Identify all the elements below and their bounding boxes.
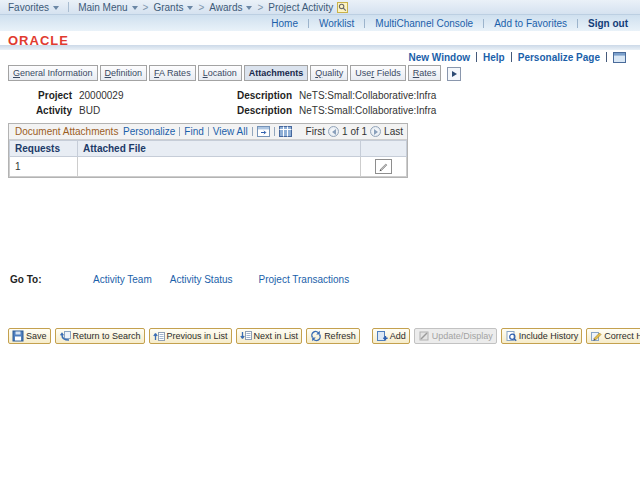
- find-link[interactable]: Find: [184, 126, 203, 137]
- personalize-page-link[interactable]: Personalize Page: [518, 52, 600, 63]
- bottom-toolbar: Save Return to Search Previous in List N…: [8, 328, 640, 344]
- activity-status-link[interactable]: Activity Status: [170, 274, 233, 285]
- update-display-icon: [418, 330, 430, 342]
- project-description-value: NeTS:Small:Collaborative:Infra: [299, 90, 640, 101]
- link-divider: [511, 52, 512, 62]
- portal-links-bar: Home Worklist MultiChannel Console Add t…: [0, 15, 640, 31]
- activity-description-label: Description: [224, 105, 292, 116]
- tab-definition[interactable]: Definition: [100, 65, 148, 81]
- breadcrumb-separator: >: [198, 2, 204, 13]
- activity-team-link[interactable]: Activity Team: [93, 274, 152, 285]
- correct-history-button[interactable]: Correct History: [586, 328, 640, 344]
- tab-general-information[interactable]: General Information: [8, 65, 98, 81]
- table-row: 1: [10, 157, 407, 177]
- tab-label: A Rates: [159, 68, 191, 78]
- link-divider: [208, 127, 209, 136]
- view-all-link[interactable]: View All: [213, 126, 248, 137]
- chevron-down-icon: [53, 6, 59, 10]
- return-to-search-button[interactable]: Return to Search: [55, 328, 145, 344]
- zoom-grid-icon[interactable]: [279, 126, 292, 137]
- breadcrumb-item-awards[interactable]: Awards: [209, 2, 252, 13]
- home-link[interactable]: Home: [261, 18, 308, 29]
- grid-title: Document Attachments: [15, 126, 118, 137]
- add-to-favorites-link[interactable]: Add to Favorites: [484, 18, 577, 29]
- breadcrumb-separator: >: [257, 2, 263, 13]
- tab-label: uality: [322, 68, 343, 78]
- previous-in-list-icon: [153, 330, 165, 342]
- button-label: Refresh: [324, 331, 356, 341]
- goto-row: Go To: Activity Team Activity Status Pro…: [10, 272, 640, 286]
- tab-location[interactable]: Location: [198, 65, 242, 81]
- activity-label: Activity: [8, 105, 72, 116]
- main-menu[interactable]: Main Menu: [78, 2, 137, 13]
- tab-user-fields[interactable]: User Fields: [350, 65, 406, 81]
- edit-attachment-button[interactable]: [375, 159, 392, 174]
- save-icon: [12, 330, 24, 342]
- new-window-link[interactable]: New Window: [408, 52, 470, 63]
- page-links-row: New Window Help Personalize Page: [0, 51, 640, 63]
- tab-label: ocation: [208, 68, 237, 78]
- column-header-action: [361, 141, 407, 157]
- link-divider: [274, 127, 275, 136]
- chevron-down-icon: [187, 6, 193, 10]
- download-grid-icon[interactable]: [257, 126, 270, 137]
- add-icon: [376, 330, 388, 342]
- pager-last-label[interactable]: Last: [384, 126, 403, 137]
- previous-in-list-button[interactable]: Previous in List: [149, 328, 232, 344]
- link-divider: [252, 127, 253, 136]
- sign-out-link[interactable]: Sign out: [578, 18, 628, 29]
- favorites-menu[interactable]: Favorites: [8, 2, 59, 13]
- tab-label: eneral Information: [20, 68, 93, 78]
- attachments-table: Requests Attached File 1: [9, 140, 407, 177]
- refresh-button[interactable]: Refresh: [306, 328, 360, 344]
- button-label: Save: [26, 331, 47, 341]
- right-arrow-icon: [374, 129, 378, 135]
- tab-label: Use: [355, 68, 371, 78]
- personalize-grid-link[interactable]: Personalize: [123, 126, 175, 137]
- update-display-button[interactable]: Update/Display: [414, 328, 497, 344]
- multichannel-console-link[interactable]: MultiChannel Console: [365, 18, 483, 29]
- button-label: Update/Display: [432, 331, 493, 341]
- breadcrumb-item-project-activity[interactable]: Project Activity: [268, 2, 333, 13]
- next-in-list-button[interactable]: Next in List: [236, 328, 303, 344]
- return-to-search-icon: [59, 330, 71, 342]
- link-divider: [606, 52, 607, 62]
- main-menu-label: Main Menu: [78, 2, 127, 13]
- button-label: Add: [390, 331, 406, 341]
- personalize-layout-icon[interactable]: [613, 52, 626, 63]
- activity-description-value: NeTS:Small:Collaborative:Infra: [299, 105, 640, 116]
- project-label: Project: [8, 90, 72, 101]
- activity-value: BUD: [79, 105, 217, 116]
- previous-row-icon[interactable]: [328, 126, 339, 137]
- tab-label: efinition: [111, 68, 142, 78]
- breadcrumb-item-grants[interactable]: Grants: [153, 2, 193, 13]
- chevron-down-icon: [246, 6, 252, 10]
- table-header-row: Requests Attached File: [10, 141, 407, 157]
- button-label: Return to Search: [73, 331, 141, 341]
- tab-quality[interactable]: Quality: [310, 65, 348, 81]
- project-value: 20000029: [79, 90, 217, 101]
- tab-fa-rates[interactable]: FA Rates: [149, 65, 196, 81]
- help-link[interactable]: Help: [483, 52, 505, 63]
- tab-rates[interactable]: Rates: [408, 65, 442, 81]
- logo-row: ORACLE: [0, 31, 640, 45]
- right-arrow-icon: [452, 71, 457, 77]
- project-transactions-link[interactable]: Project Transactions: [259, 274, 350, 285]
- button-label: Previous in List: [167, 331, 228, 341]
- breadcrumb-item-label: Grants: [153, 2, 183, 13]
- add-button[interactable]: Add: [372, 328, 410, 344]
- favorites-label: Favorites: [8, 2, 49, 13]
- tab-attachments[interactable]: Attachments: [244, 65, 309, 81]
- tab-label: ates: [419, 68, 436, 78]
- pager-first-label[interactable]: First: [306, 126, 325, 137]
- tab-bar: General Information Definition FA Rates …: [8, 65, 640, 81]
- refresh-icon: [310, 330, 322, 342]
- button-label: Correct History: [604, 331, 640, 341]
- next-row-icon[interactable]: [370, 126, 381, 137]
- include-history-button[interactable]: Include History: [501, 328, 583, 344]
- worklist-link[interactable]: Worklist: [309, 18, 364, 29]
- show-following-tabs-icon[interactable]: [447, 67, 461, 81]
- breadcrumb-bar: Favorites Main Menu > Grants > Awards > …: [0, 0, 640, 15]
- lookup-icon[interactable]: [337, 2, 348, 13]
- save-button[interactable]: Save: [8, 328, 51, 344]
